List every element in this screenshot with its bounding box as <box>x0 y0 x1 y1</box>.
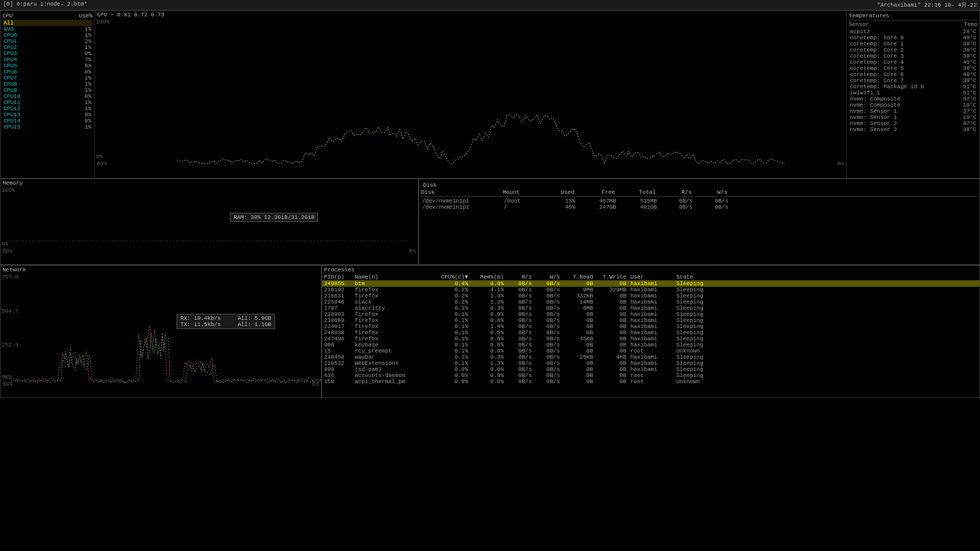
temp-sensor-value: 41°C <box>963 59 976 65</box>
cpu-row[interactable]: CPU130% <box>3 112 92 118</box>
cpu-graph-panel: CPU − 0.81 0.72 0.73 100% 0% 60s 0s <box>95 11 847 178</box>
cpu-row[interactable]: CPU58% <box>3 63 92 69</box>
proc-row[interactable]: 249855 btm 0.4% 0.0% 0B/s 0B/s 0B 0B hax… <box>322 281 979 287</box>
cpu-row[interactable]: All <box>3 20 92 26</box>
network-title: Network <box>1 266 321 274</box>
cpu-pct: 0% <box>85 93 91 99</box>
title-bar: [0] 0:paru 1:node- 2:btm* "Archaxibami" … <box>0 0 980 10</box>
row2: Memory 100% 0% RAM: 39% 12.3GiB/31.2GiB … <box>0 179 980 265</box>
cpu-pct: 2% <box>85 38 91 44</box>
cpu-row[interactable]: CPU140% <box>3 118 92 124</box>
proc-row[interactable]: 224017 firefox 0.1% 1.4% 0B/s 0B/s 0B 0B… <box>322 323 979 330</box>
proc-row[interactable]: 218532 WebExtensions 0.1% 1.3% 0B/s 0B/s… <box>322 360 979 366</box>
proc-row[interactable]: 218680 firefox 0.1% 0.6% 0B/s 0B/s 0B 0B… <box>322 317 979 323</box>
temp-sensor-name: coretemp: Core 6 <box>850 71 963 78</box>
mem-100: 100% <box>2 187 15 193</box>
cpu-name: CPU3 <box>4 51 17 57</box>
cpu-pct: 1% <box>85 106 91 112</box>
proc-row[interactable]: 218631 firefox 0.2% 1.4% 0B/s 0B/s 332KB… <box>322 293 979 299</box>
proc-row[interactable]: 908 keybase 0.1% 0.6% 0B/s 0B/s 0B 0B ha… <box>322 342 979 348</box>
temp-sensor-name: coretemp: Core 5 <box>850 65 963 71</box>
proc-row[interactable]: 248038 firefox 0.1% 0.5% 0B/s 0B/s 0B 0B… <box>322 330 979 336</box>
temp-sensor-value: 38°C <box>963 47 976 53</box>
net-rx-all: All: 5.9GB <box>238 315 272 321</box>
disk-header: Disk Mount Used Free Total R/s W/s <box>421 189 977 197</box>
disk-col-total: Total <box>620 189 661 195</box>
proc-row[interactable]: 218192 firefox 0.2% 4.1% 0B/s 0B/s 9MB 3… <box>322 287 979 293</box>
temp-sensor-name: coretemp: Core 0 <box>850 35 963 41</box>
cpu-name: CPU1 <box>4 38 17 44</box>
cpu-row[interactable]: CPU121% <box>3 106 92 112</box>
proc-header: PID(p) Name(n) CPU%(c)▼ Mem%(m) R/s W/s … <box>322 274 979 281</box>
memory-tooltip: RAM: 39% 12.3GiB/31.2GiB <box>230 213 318 222</box>
proc-row[interactable]: 150 acpi_thermal_pm 0.0% 0.0% 0B/s 0B/s … <box>322 379 979 385</box>
mem-time-right: 0s <box>409 248 416 254</box>
proc-row[interactable]: 1787 alacritty 0.1% 0.3% 0B/s 0B/s 8MB 0… <box>322 305 979 311</box>
cpu-row[interactable]: CPU100% <box>3 93 92 99</box>
cpu-pct: 0% <box>85 69 91 75</box>
cpu-name: CPU0 <box>4 32 17 38</box>
cpu-row[interactable]: CPU151% <box>3 124 92 130</box>
proc-col-mem: Mem%(m) <box>472 274 508 280</box>
temp-row: iwlwifi_151°C <box>849 90 977 96</box>
temp-row: nvme: Sensor 119°C <box>849 114 977 120</box>
cpu-row[interactable]: CPU30% <box>3 51 92 57</box>
temp-sensor-value: 40°C <box>963 35 976 41</box>
temp-row: nvme: Sensor 238°C <box>849 127 977 133</box>
datetime: "Archaxibami" 22:36 10- 4月-22 <box>877 1 977 9</box>
proc-row[interactable]: 247496 firefox 0.1% 0.6% 0B/s 0B/s 45KB … <box>322 336 979 342</box>
cpu-name: CPU9 <box>4 87 17 93</box>
proc-row[interactable]: 218903 firefox 0.1% 0.9% 0B/s 0B/s 0B 0B… <box>322 311 979 317</box>
cpu-time-right: 0s <box>838 161 844 167</box>
cpu-row[interactable]: CPU01% <box>3 32 92 38</box>
cpu-name: CPU2 <box>4 44 17 51</box>
proc-row[interactable]: 899 (sd-pam) 0.0% 0.0% 0B/s 0B/s 0B 0B h… <box>322 366 979 372</box>
proc-col-state: State <box>676 274 717 280</box>
tab-list[interactable]: [0] 0:paru 1:node- 2:btm* <box>3 1 87 9</box>
temp-row: coretemp: Core 238°C <box>849 47 977 53</box>
proc-row[interactable]: 248458 waybar 0.1% 0.3% 0B/s 0B/s 25KB 4… <box>322 354 979 360</box>
temp-sensor-value: 51°C <box>963 90 976 96</box>
proc-row[interactable]: 15 rcu_preempt 0.1% 0.0% 0B/s 0B/s 0B 0B… <box>322 348 979 354</box>
temp-col-temp: Temp <box>964 21 977 28</box>
temp-sensor-name: nvme: Composite <box>850 96 963 102</box>
proc-row[interactable]: 225946 slack 0.2% 1.2% 0B/s 0B/s 14MB 0B… <box>322 299 979 305</box>
cpu-pct: 1% <box>85 99 91 106</box>
proc-col-user: User <box>630 274 676 280</box>
cpu-row[interactable]: CPU81% <box>3 81 92 87</box>
net-ymid: 504.7 <box>2 308 18 314</box>
disk-col-used: Used <box>544 189 579 195</box>
cpu-row[interactable]: CPU60% <box>3 69 92 75</box>
cpu-name: CPU13 <box>4 112 20 118</box>
cpu-graph-0: 0% <box>96 154 103 160</box>
cpu-row[interactable]: AVG1% <box>3 26 92 32</box>
disk-rows: /dev/nvme1n1p1 /boot 13% 467MB 535MB 0B/… <box>421 198 977 210</box>
cpu-row[interactable]: CPU47% <box>3 57 92 63</box>
cpu-row[interactable]: CPU111% <box>3 99 92 106</box>
network-svg <box>1 274 321 387</box>
disk-col-ws: W/s <box>697 189 732 195</box>
cpu-name: All <box>4 20 14 26</box>
cpu-name: AVG <box>4 26 14 32</box>
cpu-name: CPU12 <box>4 106 20 112</box>
proc-rows: 249855 btm 0.4% 0.0% 0B/s 0B/s 0B 0B hax… <box>322 281 979 385</box>
cpu-row[interactable]: CPU21% <box>3 44 92 51</box>
temp-row: acpitz28°C <box>849 29 977 35</box>
net-time-left: 60s <box>3 381 13 387</box>
temp-sensor-value: 47°C <box>963 120 976 127</box>
processes-title: Processes <box>322 266 979 274</box>
cpu-row[interactable]: CPU91% <box>3 87 92 93</box>
temp-sensor-name: coretemp: Core 4 <box>850 59 963 65</box>
proc-row[interactable]: 636 accounts-daemon 0.0% 0.0% 0B/s 0B/s … <box>322 372 979 379</box>
proc-col-tread: T.Read <box>564 274 597 280</box>
cpu-pct: 1% <box>85 44 91 51</box>
net-tx: TX: 11.5kb/s <box>180 321 220 328</box>
cpu-row[interactable]: CPU71% <box>3 75 92 81</box>
cpu-row[interactable]: CPU12% <box>3 38 92 44</box>
proc-col-cpu: CPU%(c)▼ <box>436 274 472 280</box>
cpu-pct: 1% <box>85 26 91 32</box>
temp-sensor-value: 37°C <box>963 96 976 102</box>
net-ymax: 757.0 <box>2 274 18 280</box>
cpu-pct: 0% <box>85 51 91 57</box>
cpu-pct: 7% <box>85 57 91 63</box>
